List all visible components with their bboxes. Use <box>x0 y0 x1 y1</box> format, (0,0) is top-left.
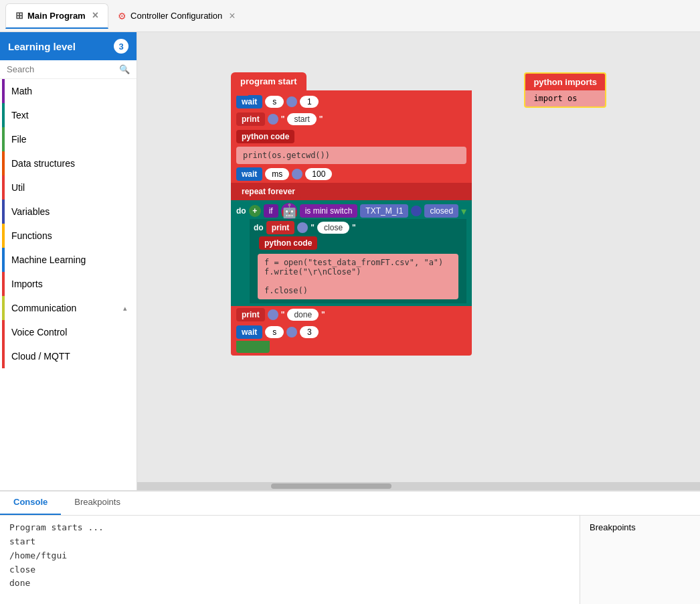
wait-val-1[interactable]: 1 <box>300 96 319 108</box>
sidebar-items: Math Text File Data structures Util Vari… <box>0 79 137 490</box>
tab-breakpoints[interactable]: Breakpoints <box>61 492 134 515</box>
tab-controller-config[interactable]: ⚙ Controller Configuration × <box>108 3 245 29</box>
sidebar-item-text[interactable]: Text <box>0 103 137 127</box>
sidebar-item-util-label: Util <box>11 182 127 193</box>
do-if-connector <box>411 206 422 216</box>
sidebar-item-machine-learning[interactable]: Machine Learning <box>0 248 137 272</box>
wait-connector-2 <box>292 169 302 179</box>
close-quote-1: " <box>319 115 323 124</box>
sidebar-item-voice-control[interactable]: Voice Control <box>0 320 137 344</box>
search-input[interactable] <box>7 64 119 74</box>
console-area: Program starts ... start /home/ftgui clo… <box>0 516 580 604</box>
main-layout: Learning level 3 🔍 Math Text File Data s… <box>0 32 700 490</box>
print-row-1: print " start " <box>231 110 472 128</box>
repeat-forever-keyword[interactable]: repeat forever <box>236 185 300 198</box>
open-quote-1: " <box>281 115 285 124</box>
breakpoints-tab-label: Breakpoints <box>74 497 120 507</box>
do-inner: do print " close " python code f = o <box>250 219 466 303</box>
sidebar-item-file-label: File <box>11 134 127 145</box>
print-keyword-2[interactable]: print <box>266 221 295 234</box>
machine-learning-bar <box>2 248 5 272</box>
sidebar-item-functions[interactable]: Functions <box>0 224 137 248</box>
close-string[interactable]: close <box>317 222 349 234</box>
console-line-4: done <box>9 577 570 591</box>
close-quote-3: " <box>321 310 325 319</box>
done-string[interactable]: done <box>287 309 319 321</box>
python-code-line1: f = open("test_data_fromFT.csv", "a") <box>264 258 452 267</box>
python-code-row-2: python code <box>254 234 462 252</box>
sidebar-item-data-structures[interactable]: Data structures <box>0 151 137 175</box>
sidebar-item-cloud-mqtt[interactable]: Cloud / MQTT <box>0 344 137 368</box>
do-keyword-2: do <box>254 223 264 232</box>
sidebar-item-variables[interactable]: Variables <box>0 200 137 224</box>
tab-bar: ⊞ Main Program × ⚙ Controller Configurat… <box>0 0 700 32</box>
print-keyword-1[interactable]: print <box>236 112 265 126</box>
sidebar-item-functions-label: Functions <box>11 230 127 241</box>
print-keyword-3[interactable]: print <box>236 308 265 321</box>
python-code-line4: f.close() <box>264 286 452 295</box>
sidebar-item-math[interactable]: Math <box>0 79 137 103</box>
tab-console[interactable]: Console <box>0 492 61 515</box>
wait-row-1: wait s 1 <box>231 93 472 110</box>
python-code-keyword-2[interactable]: python code <box>259 236 317 250</box>
do-if-row: do + if 🤖 is mini switch TXT_M_I1 closed… <box>236 203 466 219</box>
is-mini-switch[interactable]: is mini switch <box>300 204 358 218</box>
sidebar-item-text-label: Text <box>11 110 127 121</box>
tab-main-program-label: Main Program <box>27 11 86 21</box>
do-if-outer: do + if 🤖 is mini switch TXT_M_I1 closed… <box>231 200 472 306</box>
imports-bar <box>2 272 5 296</box>
communication-bar <box>2 296 5 320</box>
horizontal-scrollbar[interactable] <box>137 482 700 490</box>
sidebar-item-variables-label: Variables <box>11 206 127 217</box>
functions-bar <box>2 224 5 248</box>
wait-unit-1[interactable]: s <box>265 96 284 108</box>
repeat-forever-row: repeat forever <box>231 183 472 200</box>
python-imports-header: python imports <box>524 72 606 90</box>
tab-controller-config-close[interactable]: × <box>229 10 235 22</box>
blocks-wrapper: wait s 1 print " start " python code <box>231 90 472 356</box>
wait-keyword-1[interactable]: wait <box>236 95 262 108</box>
sidebar-item-util[interactable]: Util <box>0 175 137 200</box>
txt-block[interactable]: TXT_M_I1 <box>360 204 408 218</box>
sidebar-item-machine-learning-label: Machine Learning <box>11 254 127 265</box>
python-imports-body: import os <box>524 90 606 108</box>
closed-block[interactable]: closed <box>424 204 458 218</box>
bottom-notch <box>236 341 270 353</box>
sidebar-item-imports[interactable]: Imports <box>0 272 137 296</box>
scrollbar-thumb[interactable] <box>271 483 391 489</box>
python-code-keyword-1[interactable]: python code <box>236 130 294 143</box>
tab-main-program[interactable]: ⊞ Main Program × <box>5 3 108 29</box>
start-string[interactable]: start <box>287 113 316 125</box>
math-bar <box>2 79 5 103</box>
python-code-block-1[interactable]: print(os.getcwd()) <box>236 147 466 164</box>
sidebar-item-communication[interactable]: Communication ▴ <box>0 296 137 320</box>
controller-config-icon: ⚙ <box>118 11 126 21</box>
plus-button[interactable]: + <box>249 205 261 217</box>
python-code-block-2[interactable]: f = open("test_data_fromFT.csv", "a") f.… <box>258 254 458 299</box>
python-imports-box[interactable]: python imports import os <box>524 72 606 108</box>
wait-val-2[interactable]: 100 <box>305 168 332 180</box>
if-keyword[interactable]: if <box>264 204 278 218</box>
wait-connector-3 <box>286 327 297 337</box>
wait-unit-3[interactable]: s <box>265 326 284 338</box>
wait-unit-2[interactable]: ms <box>265 168 289 180</box>
search-box: 🔍 <box>0 60 137 79</box>
wait-keyword-3[interactable]: wait <box>236 325 262 339</box>
do-print-close-row: do print " close " <box>254 221 462 234</box>
canvas-area[interactable]: program start wait s 1 print " start <box>137 32 700 490</box>
wait-val-3[interactable]: 3 <box>300 326 319 338</box>
breakpoints-area: Breakpoints <box>580 516 700 604</box>
program-start-block[interactable]: program start <box>231 72 307 90</box>
wait-keyword-2[interactable]: wait <box>236 167 262 181</box>
sidebar-item-file[interactable]: File <box>0 127 137 151</box>
print-done-row: print " done " <box>231 306 472 323</box>
wait-row-2: wait ms 100 <box>231 165 472 183</box>
text-bar <box>2 103 5 127</box>
open-quote-3: " <box>281 310 285 319</box>
close-quote-2: " <box>352 223 356 232</box>
bottom-content: Program starts ... start /home/ftgui clo… <box>0 516 700 604</box>
sidebar: Learning level 3 🔍 Math Text File Data s… <box>0 32 137 490</box>
sidebar-item-data-structures-label: Data structures <box>11 158 127 169</box>
tab-main-program-close[interactable]: × <box>92 9 98 21</box>
program-start-label: program start <box>240 76 297 86</box>
